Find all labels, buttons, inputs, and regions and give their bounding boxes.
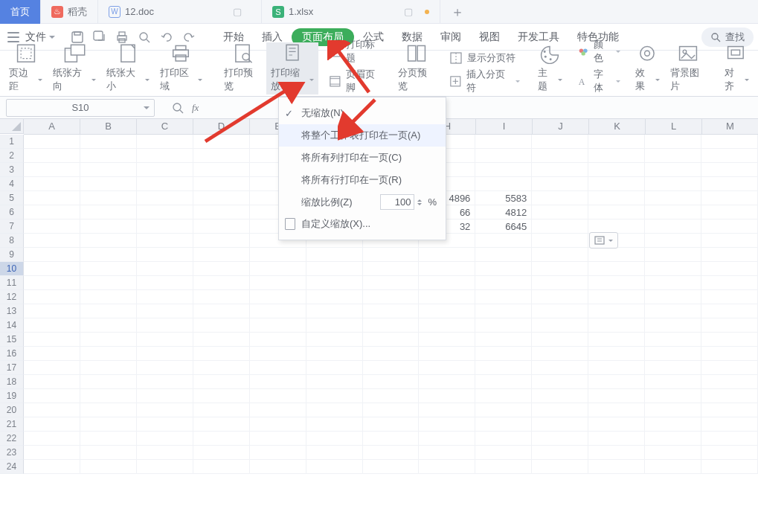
row-header[interactable]: 19 <box>0 389 24 403</box>
cell[interactable] <box>193 361 250 375</box>
cell[interactable] <box>532 403 588 417</box>
cell[interactable] <box>193 375 250 389</box>
cell[interactable] <box>645 191 701 205</box>
cell[interactable] <box>250 417 306 432</box>
cell[interactable] <box>80 191 137 205</box>
break-preview-button[interactable]: 分页预览 <box>394 42 439 94</box>
cell[interactable] <box>701 163 758 177</box>
cell[interactable] <box>363 446 420 460</box>
cell[interactable] <box>701 432 758 446</box>
cell[interactable] <box>588 403 645 417</box>
cell[interactable] <box>137 177 193 191</box>
cell[interactable] <box>80 248 137 262</box>
cell[interactable] <box>363 333 420 347</box>
cell[interactable] <box>645 149 701 163</box>
cell[interactable] <box>588 191 645 205</box>
cell[interactable] <box>137 417 193 432</box>
cell[interactable] <box>532 234 588 248</box>
cell[interactable] <box>24 149 80 163</box>
cell[interactable] <box>193 262 250 276</box>
cell[interactable] <box>363 262 420 276</box>
cell[interactable] <box>24 375 80 389</box>
cell[interactable] <box>588 318 645 333</box>
row-header[interactable]: 12 <box>0 290 24 304</box>
cell[interactable] <box>137 347 193 361</box>
cell[interactable] <box>645 163 701 177</box>
cell[interactable] <box>419 389 475 403</box>
cell[interactable] <box>250 333 306 347</box>
cell[interactable] <box>137 234 193 248</box>
row-header[interactable]: 6 <box>0 205 24 219</box>
cell[interactable] <box>419 248 475 262</box>
cell[interactable] <box>701 347 758 361</box>
cell[interactable] <box>137 276 193 290</box>
col-header[interactable]: M <box>702 119 758 134</box>
orientation-button[interactable]: 纸张方向 <box>48 42 100 94</box>
cell[interactable] <box>193 163 250 177</box>
cell[interactable] <box>80 347 137 361</box>
cell[interactable] <box>532 205 588 219</box>
row-header[interactable]: 10 <box>0 262 24 276</box>
cell[interactable] <box>475 135 532 149</box>
cell[interactable] <box>363 403 420 417</box>
cell[interactable] <box>588 389 645 403</box>
cell[interactable] <box>80 318 137 333</box>
cell[interactable] <box>80 375 137 389</box>
cell[interactable] <box>80 163 137 177</box>
print-preview-button[interactable]: 打印预览 <box>219 42 265 94</box>
cell[interactable] <box>24 417 80 432</box>
cell[interactable] <box>588 276 645 290</box>
cell[interactable] <box>306 347 363 361</box>
cell[interactable] <box>306 432 363 446</box>
cell[interactable] <box>532 262 588 276</box>
cell[interactable] <box>137 219 193 234</box>
fonts-button[interactable]: A 字体 <box>573 68 625 94</box>
cell[interactable] <box>24 446 80 460</box>
cell[interactable] <box>475 318 532 333</box>
cell[interactable] <box>250 290 306 304</box>
cell[interactable] <box>701 304 758 318</box>
cell[interactable] <box>24 403 80 417</box>
cell[interactable] <box>645 262 701 276</box>
cell[interactable] <box>80 389 137 403</box>
cell[interactable] <box>532 460 588 474</box>
cell[interactable] <box>419 262 475 276</box>
cell[interactable] <box>532 375 588 389</box>
cell[interactable] <box>588 262 645 276</box>
cell[interactable] <box>701 290 758 304</box>
row-header[interactable]: 14 <box>0 318 24 333</box>
cell[interactable] <box>193 403 250 417</box>
cell[interactable] <box>363 248 420 262</box>
cell[interactable] <box>363 290 420 304</box>
row-header[interactable]: 17 <box>0 361 24 375</box>
cell[interactable] <box>137 403 193 417</box>
cell[interactable] <box>475 417 532 432</box>
size-button[interactable]: 纸张大小 <box>102 42 154 94</box>
select-all-corner[interactable] <box>0 119 24 134</box>
cell[interactable] <box>306 262 363 276</box>
cell[interactable] <box>306 304 363 318</box>
cell[interactable] <box>80 417 137 432</box>
tab-doc[interactable]: W 12.doc ▢ <box>98 0 262 24</box>
cell[interactable] <box>363 389 420 403</box>
scale-ratio-input[interactable] <box>380 194 414 210</box>
cell[interactable] <box>24 361 80 375</box>
cell[interactable] <box>24 389 80 403</box>
tab-daoqiao[interactable]: ♨ 稻壳 <box>41 0 98 24</box>
row-header[interactable]: 15 <box>0 333 24 347</box>
cell[interactable] <box>193 248 250 262</box>
cell[interactable] <box>250 347 306 361</box>
window-icon[interactable]: ▢ <box>395 6 422 17</box>
cell[interactable] <box>475 361 532 375</box>
cell[interactable] <box>701 234 758 248</box>
cell[interactable] <box>645 248 701 262</box>
row-header[interactable]: 21 <box>0 417 24 432</box>
col-header[interactable]: A <box>24 119 80 134</box>
cell[interactable] <box>193 149 250 163</box>
file-menu[interactable]: 文件 <box>24 31 58 44</box>
cell[interactable] <box>475 262 532 276</box>
cell[interactable] <box>363 375 420 389</box>
cell[interactable] <box>80 290 137 304</box>
tab-start[interactable]: 开始 <box>214 31 253 44</box>
paste-options-button[interactable] <box>589 232 618 249</box>
